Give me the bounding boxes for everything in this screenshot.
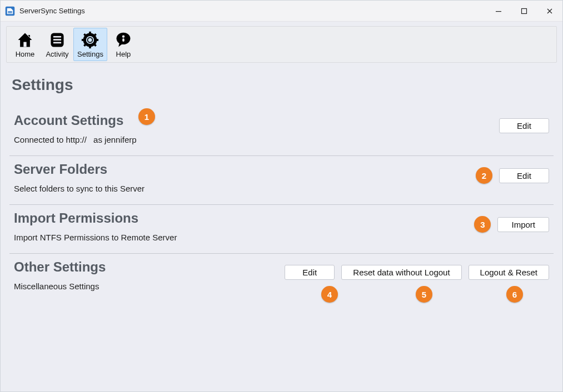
other-edit-button[interactable]: Edit (285, 265, 335, 280)
section-other-title: Other Settings (14, 259, 285, 275)
section-import: Import Permissions Import NTFS Permissio… (9, 205, 554, 254)
maximize-button[interactable] (511, 1, 537, 22)
annotation-badge-2: 2 (476, 167, 492, 184)
svg-rect-23 (122, 38, 124, 41)
section-folders-sub: Select folders to sync to this Server (14, 184, 476, 193)
svg-rect-5 (23, 42, 26, 47)
home-icon (16, 31, 34, 49)
toolbar-settings[interactable]: Settings (73, 28, 107, 61)
toolbar-wrap: Home Activity (1, 22, 562, 63)
svg-rect-9 (53, 42, 61, 43)
window: ServerSync Settings Home (0, 0, 563, 392)
toolbar-home[interactable]: Home (9, 28, 41, 61)
svg-rect-8 (53, 39, 61, 41)
toolbar-settings-label: Settings (77, 50, 103, 58)
annotation-badge-1: 1 (138, 108, 155, 125)
svg-rect-4 (522, 8, 527, 13)
svg-point-20 (88, 38, 92, 42)
section-other: Other Settings Miscellaneous Settings Ed… (9, 254, 554, 302)
activity-icon (48, 31, 66, 49)
section-folders: Server Folders Select folders to sync to… (9, 156, 554, 205)
account-sub-suffix: as jenniferp (91, 135, 137, 144)
section-import-title: Import Permissions (14, 210, 474, 226)
import-button[interactable]: Import (497, 217, 549, 232)
minimize-button[interactable] (486, 1, 511, 22)
toolbar-activity[interactable]: Activity (41, 28, 73, 61)
reset-data-button[interactable]: Reset data without Logout (341, 265, 461, 280)
section-account-title: Account Settings (14, 113, 499, 128)
help-icon (114, 31, 132, 49)
section-folders-title: Server Folders (14, 162, 476, 177)
svg-rect-1 (8, 11, 12, 12)
annotation-badge-5: 5 (416, 286, 432, 303)
section-other-sub: Miscellaneous Settings (14, 282, 285, 291)
gear-icon (81, 31, 99, 49)
toolbar: Home Activity (6, 26, 557, 63)
close-button[interactable] (537, 1, 562, 22)
account-sub-prefix: Connected to http:// (14, 135, 87, 144)
content: Settings Account Settings Connected to h… (1, 63, 562, 391)
app-icon (5, 6, 15, 16)
section-import-sub: Import NTFS Permissions to Remote Server (14, 233, 474, 242)
svg-point-22 (122, 35, 124, 37)
svg-rect-3 (496, 11, 501, 12)
page-title: Settings (12, 76, 551, 94)
titlebar: ServerSync Settings (1, 1, 562, 22)
folders-edit-button[interactable]: Edit (499, 168, 549, 183)
section-account: Account Settings Connected to http:// as… (9, 107, 554, 156)
toolbar-help[interactable]: Help (107, 28, 139, 61)
account-edit-button[interactable]: Edit (499, 118, 549, 133)
toolbar-activity-label: Activity (46, 50, 68, 58)
toolbar-help-label: Help (116, 50, 131, 58)
annotation-badge-3: 3 (474, 216, 491, 233)
annotation-badge-6: 6 (506, 286, 523, 303)
toolbar-home-label: Home (16, 50, 35, 58)
logout-reset-button[interactable]: Logout & Reset (469, 265, 549, 280)
svg-rect-7 (53, 36, 61, 37)
section-account-sub: Connected to http:// as jenniferp (14, 135, 499, 144)
svg-rect-2 (8, 12, 12, 13)
window-title: ServerSync Settings (19, 7, 85, 15)
annotation-badge-4: 4 (321, 286, 338, 303)
